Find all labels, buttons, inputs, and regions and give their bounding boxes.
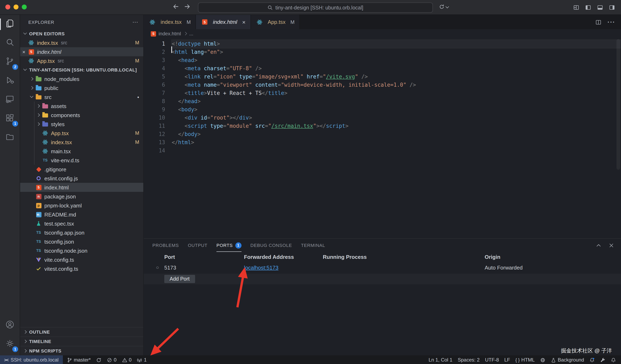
status-sync[interactable] bbox=[96, 357, 102, 363]
activity-file-manager[interactable] bbox=[0, 128, 20, 147]
close-window-button[interactable] bbox=[5, 4, 10, 9]
tab-index.tsx[interactable]: index.tsxM bbox=[144, 15, 196, 29]
tree-item-tsconfig.json[interactable]: TStsconfig.json bbox=[20, 237, 143, 246]
activity-source-control[interactable]: 2 bbox=[0, 52, 20, 71]
status-item-right-2[interactable]: UTF-8 bbox=[485, 357, 499, 363]
activity-search[interactable] bbox=[0, 34, 20, 52]
status-bell-dot[interactable] bbox=[589, 357, 595, 363]
code-line-6[interactable]: <meta name="viewport" content="width=dev… bbox=[172, 81, 621, 89]
remote-indicator[interactable]: >< SSH: ubuntu.orb.local bbox=[0, 355, 63, 364]
tree-item-tsconfig.app.json[interactable]: TStsconfig.app.json bbox=[20, 228, 143, 237]
status-beaker[interactable]: Background bbox=[551, 357, 584, 363]
activity-explorer[interactable] bbox=[0, 15, 20, 34]
breadcrumb-more[interactable]: ... bbox=[189, 31, 193, 36]
tree-item-node_modules[interactable]: node_modules bbox=[20, 74, 143, 83]
explorer-more-actions-icon[interactable]: ··· bbox=[133, 19, 138, 24]
tree-item-pnpm-lock.yaml[interactable]: ppnpm-lock.yaml bbox=[20, 201, 143, 210]
breadcrumb-file[interactable]: index.html bbox=[158, 31, 181, 36]
status-item-right-1[interactable]: Spaces: 2 bbox=[458, 357, 480, 363]
activity-accounts[interactable] bbox=[0, 316, 20, 335]
minimize-window-button[interactable] bbox=[14, 4, 18, 9]
code-line-11[interactable]: <script type="module" src="/src/main.tsx… bbox=[172, 122, 621, 130]
panel-tab-output[interactable]: OUTPUT bbox=[188, 239, 207, 252]
status-braces[interactable]: { }HTML bbox=[516, 357, 535, 363]
activity-settings[interactable]: 1 bbox=[0, 335, 20, 354]
code-line-2[interactable]: <html lang="en"> bbox=[172, 48, 621, 56]
status-branch[interactable]: master* bbox=[67, 357, 91, 363]
status-bell[interactable] bbox=[611, 357, 616, 363]
tree-item-index.tsx[interactable]: index.tsxM bbox=[20, 138, 143, 147]
close-tab-icon[interactable]: × bbox=[242, 19, 245, 25]
section-project-root[interactable]: TINY-ANT-DESIGN [SSH: UBUNTU.ORB.LOCAL] bbox=[20, 65, 143, 74]
status-wrench[interactable] bbox=[600, 357, 605, 363]
tree-item-src[interactable]: src● bbox=[20, 92, 143, 102]
code-editor[interactable]: 1234567891011121314 <!doctype html><html… bbox=[144, 38, 621, 238]
activity-remote-explorer[interactable] bbox=[0, 90, 20, 109]
activity-extensions[interactable]: 1 bbox=[0, 109, 20, 128]
code-line-14[interactable] bbox=[172, 147, 621, 155]
tree-item-.gitignore[interactable]: .gitignore bbox=[20, 165, 143, 174]
section-npm-scripts[interactable]: NPM SCRIPTS bbox=[20, 346, 143, 355]
code-line-13[interactable]: </html> bbox=[172, 139, 621, 147]
open-editor-App.tsx[interactable]: App.tsxsrcM bbox=[20, 56, 143, 65]
forwarded-address-link[interactable]: localhost:5173 bbox=[244, 264, 278, 271]
add-port-button[interactable]: Add Port bbox=[164, 275, 195, 283]
tree-item-components[interactable]: components bbox=[20, 110, 143, 120]
tree-item-vite.config.ts[interactable]: vite.config.ts bbox=[20, 255, 143, 264]
breadcrumb[interactable]: 5 index.html ... bbox=[144, 29, 621, 38]
close-panel-icon[interactable] bbox=[608, 242, 614, 248]
panel-tab-debug-console[interactable]: DEBUG CONSOLE bbox=[250, 239, 292, 252]
tree-item-package.json[interactable]: npackage.json bbox=[20, 192, 143, 201]
section-open-editors[interactable]: OPEN EDITORS bbox=[20, 29, 143, 38]
layout-grid-icon[interactable] bbox=[573, 4, 580, 11]
layout-right-icon[interactable] bbox=[609, 4, 615, 11]
tab-App.tsx[interactable]: App.tsxM bbox=[251, 15, 300, 29]
tree-item-vite-env.d.ts[interactable]: TSvite-env.d.ts bbox=[20, 156, 143, 165]
layout-left-icon[interactable] bbox=[585, 4, 591, 11]
code-line-4[interactable]: <meta charset="UTF-8" /> bbox=[172, 65, 621, 73]
tree-item-tsconfig.node.json[interactable]: TStsconfig.node.json bbox=[20, 246, 143, 255]
close-editor-icon[interactable]: × bbox=[20, 49, 28, 55]
code-line-10[interactable]: <div id="root"></div> bbox=[172, 114, 621, 122]
command-center-search[interactable]: tiny-ant-design [SSH: ubuntu.orb.local] bbox=[198, 2, 433, 13]
session-sync-icon[interactable] bbox=[439, 4, 449, 10]
tree-item-eslint.config.js[interactable]: eslint.config.js bbox=[20, 174, 143, 183]
tree-item-App.tsx[interactable]: App.tsxM bbox=[20, 129, 143, 138]
panel-tab-ports[interactable]: PORTS1 bbox=[216, 239, 241, 252]
section-outline[interactable]: OUTLINE bbox=[20, 327, 143, 336]
tab-index.html[interactable]: 5index.html× bbox=[196, 15, 251, 29]
tree-item-index.html[interactable]: 5index.html bbox=[20, 183, 143, 192]
open-editor-index.html[interactable]: ×5index.html bbox=[20, 47, 143, 56]
port-row[interactable]: ○5173localhost:5173Auto Forwarded bbox=[144, 262, 621, 272]
back-icon[interactable] bbox=[172, 3, 179, 11]
panel-tab-terminal[interactable]: TERMINAL bbox=[301, 239, 325, 252]
status-globe[interactable] bbox=[540, 357, 545, 363]
open-editor-index.tsx[interactable]: index.tsxsrcM bbox=[20, 38, 143, 47]
code-line-9[interactable]: <body> bbox=[172, 105, 621, 114]
editor-scrollbar[interactable] bbox=[617, 39, 620, 170]
split-editor-icon[interactable] bbox=[595, 19, 602, 25]
status-item-right-3[interactable]: LF bbox=[504, 357, 510, 363]
tree-item-main.tsx[interactable]: main.tsx bbox=[20, 147, 143, 156]
tree-item-assets[interactable]: assets bbox=[20, 102, 143, 110]
tree-item-vitest.config.ts[interactable]: vitest.config.ts bbox=[20, 264, 143, 273]
layout-panel-icon[interactable] bbox=[597, 4, 603, 11]
more-icon[interactable]: ··· bbox=[607, 18, 615, 26]
status-item-right-0[interactable]: Ln 1, Col 1 bbox=[429, 357, 452, 363]
tree-item-test.spec.tsx[interactable]: test.spec.tsx bbox=[20, 219, 143, 228]
maximize-panel-icon[interactable] bbox=[596, 242, 602, 248]
status-circle-slash[interactable]: 0 bbox=[107, 357, 116, 363]
code-line-5[interactable]: <link rel="icon" type="image/svg+xml" hr… bbox=[172, 73, 621, 81]
forward-icon[interactable] bbox=[184, 3, 190, 11]
status-radio-tower[interactable]: 1 bbox=[137, 357, 147, 363]
panel-tab-problems[interactable]: PROBLEMS bbox=[152, 239, 179, 252]
code-line-8[interactable]: </head> bbox=[172, 97, 621, 105]
tree-item-public[interactable]: public bbox=[20, 83, 143, 92]
status-warning[interactable]: 0 bbox=[122, 357, 131, 363]
code-line-7[interactable]: <title>Vite + React + TS</title> bbox=[172, 89, 621, 97]
tree-item-README.md[interactable]: M↓README.md bbox=[20, 210, 143, 219]
activity-run-debug[interactable] bbox=[0, 71, 20, 90]
code-line-3[interactable]: <head> bbox=[172, 56, 621, 65]
code-line-12[interactable]: </body> bbox=[172, 130, 621, 139]
zoom-window-button[interactable] bbox=[22, 4, 27, 9]
